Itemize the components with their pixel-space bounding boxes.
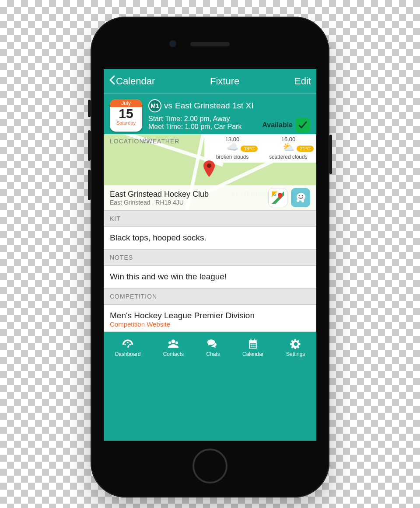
- location-bar: East Grinstead Hockey Club East Grinstea…: [104, 185, 316, 210]
- calendar-day: 15: [110, 107, 142, 120]
- phone-earpiece: [190, 42, 230, 46]
- competition-website-link[interactable]: Competition Website: [110, 320, 310, 328]
- phone-side-button: [88, 100, 91, 117]
- tab-calendar[interactable]: Calendar: [242, 338, 264, 357]
- section-header-competition: COMPETITION: [104, 288, 316, 305]
- tab-label: Settings: [286, 351, 305, 357]
- tab-label: Dashboard: [115, 351, 141, 357]
- check-icon: [295, 118, 310, 132]
- chat-icon: [207, 338, 219, 350]
- tab-dashboard[interactable]: Dashboard: [115, 338, 141, 357]
- kit-text: Black tops, hooped socks.: [104, 227, 316, 249]
- waze-icon: [294, 191, 307, 204]
- versus-prefix: vs: [164, 101, 172, 111]
- weather-slot: 13.00 ☁️ 19°C broken clouds: [204, 134, 260, 163]
- contacts-icon: [167, 338, 179, 350]
- google-maps-icon: G: [271, 191, 284, 204]
- tab-contacts[interactable]: Contacts: [163, 338, 184, 357]
- svg-text:G: G: [273, 193, 276, 197]
- svg-point-8: [297, 199, 299, 202]
- location-address: East Grinstead , RH19 4JU: [110, 199, 209, 206]
- tab-label: Chats: [206, 351, 220, 357]
- gear-icon: [290, 338, 302, 350]
- competition-name: Men's Hockey League Premier Division: [110, 311, 310, 320]
- tab-chats[interactable]: Chats: [206, 338, 220, 357]
- map-pin-icon: [203, 160, 215, 179]
- back-button[interactable]: Calendar: [109, 75, 155, 87]
- back-label: Calendar: [116, 76, 155, 87]
- weather-desc: scattered clouds: [263, 154, 314, 160]
- location-name: East Grinstead Hockey Club: [110, 190, 209, 199]
- weather-slot: 16.00 ⛅ 21°C scattered clouds: [260, 134, 316, 163]
- calendar-weekday: Saturday: [110, 120, 142, 127]
- weather-panel: 13.00 ☁️ 19°C broken clouds 16.00 ⛅ 21°C…: [204, 134, 316, 163]
- phone-mockup: Calendar Fixture Edit July 15 Saturday M…: [91, 17, 329, 498]
- opponent-name: East Grinstead 1st XI: [175, 101, 254, 111]
- section-header-kit: KIT: [104, 210, 316, 227]
- tab-label: Contacts: [163, 351, 184, 357]
- google-maps-button[interactable]: G: [268, 188, 287, 207]
- calendar-date-icon: July 15 Saturday: [110, 99, 142, 132]
- app-screen: Calendar Fixture Edit July 15 Saturday M…: [104, 69, 316, 441]
- phone-side-button: [88, 170, 91, 200]
- calendar-icon: [247, 338, 259, 350]
- section-header-location: LOCATION/WEATHER: [110, 138, 179, 145]
- edit-button[interactable]: Edit: [294, 76, 311, 87]
- svg-point-0: [207, 164, 211, 168]
- tab-settings[interactable]: Settings: [286, 338, 305, 357]
- competition-row: Men's Hockey League Premier Division Com…: [104, 305, 316, 332]
- dashboard-icon: [122, 338, 134, 350]
- availability-toggle[interactable]: Available: [262, 118, 310, 132]
- waze-button[interactable]: [291, 188, 310, 207]
- team-badge: M1: [148, 99, 161, 112]
- weather-temp: 21°C: [297, 146, 314, 152]
- fixture-title: M1 vs East Grinstead 1st XI: [148, 99, 310, 112]
- chevron-left-icon: [109, 75, 115, 87]
- svg-point-6: [299, 195, 300, 197]
- svg-point-9: [301, 200, 304, 202]
- notes-text: Win this and we win the league!: [104, 266, 316, 288]
- weather-temp: 19°C: [241, 146, 258, 152]
- phone-side-button: [88, 130, 91, 161]
- nav-bar: Calendar Fixture Edit: [104, 69, 316, 94]
- map-section[interactable]: B21 LOCATION/WEATHER 13.00 ☁️ 19°C broke…: [104, 134, 316, 210]
- page-title: Fixture: [210, 76, 239, 87]
- home-button[interactable]: [192, 449, 228, 484]
- svg-point-7: [302, 195, 303, 197]
- weather-desc: broken clouds: [207, 154, 258, 160]
- tab-bar: Dashboard Contacts Chats Calendar Settin…: [104, 332, 316, 362]
- phone-side-button: [329, 135, 332, 174]
- section-header-notes: NOTES: [104, 249, 316, 266]
- tab-label: Calendar: [242, 351, 264, 357]
- fixture-header: July 15 Saturday M1 vs East Grinstead 1s…: [104, 94, 316, 134]
- availability-label: Available: [262, 121, 293, 129]
- phone-camera: [169, 40, 176, 47]
